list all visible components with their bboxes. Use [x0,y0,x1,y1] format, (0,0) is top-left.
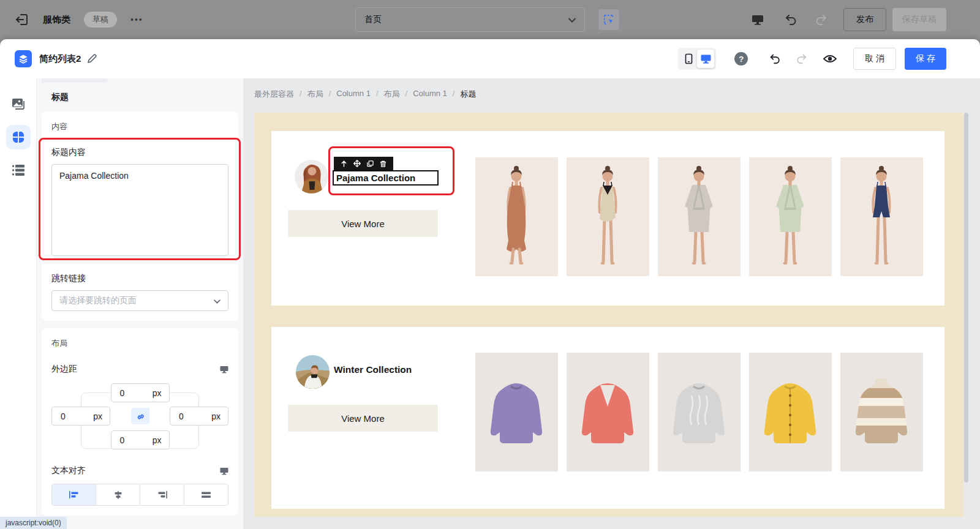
duplicate-icon[interactable] [366,159,374,168]
text-align-segmented-control [51,484,228,506]
publish-button[interactable]: 发布 [843,8,886,31]
move-up-icon[interactable] [340,159,349,168]
editor-sheet: 简约列表2 ? 取 消 保 存 [0,39,980,529]
editor-header: 简约列表2 ? 取 消 保 存 [0,39,980,78]
margin-unit: px [153,388,162,398]
save-button[interactable]: 保 存 [905,48,946,70]
media-library-tab[interactable] [6,92,31,116]
margin-unit: px [93,411,102,421]
help-icon[interactable]: ? [734,52,748,66]
editor-redo-icon [794,51,809,66]
margin-left-value: 0 [61,411,66,421]
product-image[interactable] [567,157,649,276]
content-settings-card: 内容 标题内容 Pajama Collection 跳转链接 请选择要跳转的页面 [42,111,238,321]
product-image[interactable] [749,157,832,276]
margin-label: 外边距 [51,364,77,375]
page-selector-dropdown[interactable]: 首页 [355,7,585,32]
breadcrumb-separator: / [453,89,455,100]
align-right-button[interactable] [140,484,184,505]
product-image[interactable] [475,353,558,471]
layout-section-label: 布局 [51,338,228,349]
inspector-title: 标题 [51,92,238,103]
save-draft-button: 保存草稿 [892,8,946,31]
redo-icon [814,12,829,27]
product-image[interactable] [475,157,558,276]
layout-settings-card: 布局 外边距 0 px 0 px [42,328,238,516]
admin-topbar: 服饰类 草稿 ••• 首页 发布 保存草稿 [0,0,980,39]
editor-undo-icon[interactable] [767,51,782,66]
undo-icon[interactable] [783,12,798,27]
product-row [475,157,923,276]
jump-link-placeholder: 请选择要跳转的页面 [59,295,137,306]
link-margins-button[interactable] [131,408,149,424]
preview-eye-icon[interactable] [823,51,837,66]
breadcrumb-separator: / [300,89,302,100]
section-title[interactable]: Winter Collection [334,364,412,375]
product-image[interactable] [658,353,741,471]
margin-unit: px [211,411,221,421]
jump-link-label: 跳转链接 [51,273,228,284]
margin-right-value: 0 [179,411,184,421]
content-section-label: 内容 [51,121,228,132]
margin-bottom-value: 0 [120,435,125,445]
component-title: 简约列表2 [39,53,81,65]
breadcrumb-item[interactable]: Column 1 [413,89,447,100]
page-structure-tab[interactable] [6,158,31,182]
breadcrumb: 最外层容器/布局/Column 1/布局/Column 1/标题 [254,89,476,100]
product-image[interactable] [567,353,649,471]
collection-section-1: View More [271,131,944,306]
title-content-textarea[interactable]: Pajama Collection [51,164,228,256]
margin-control: 0 px 0 px 0 px [51,383,228,452]
component-layers-icon [15,50,32,67]
cancel-button[interactable]: 取 消 [853,48,896,70]
components-tab[interactable] [6,125,31,149]
preview-monitor-icon[interactable] [750,12,765,27]
margin-top-input[interactable]: 0 px [111,383,170,402]
select-element-tool-button[interactable] [598,9,619,30]
exit-editor-icon[interactable] [15,12,29,27]
edit-title-pencil-icon[interactable] [87,54,97,64]
view-more-button[interactable]: View More [288,210,438,237]
breadcrumb-item[interactable]: 标题 [460,89,476,100]
title-content-label: 标题内容 [51,147,228,158]
desktop-only-monitor-icon [220,366,228,373]
device-toggle [678,48,716,70]
product-image[interactable] [840,157,923,276]
product-image[interactable] [840,353,923,471]
jump-link-select[interactable]: 请选择要跳转的页面 [51,290,228,311]
breadcrumb-item[interactable]: 布局 [307,89,323,100]
margin-bottom-input[interactable]: 0 px [111,430,170,449]
margin-left-input[interactable]: 0 px [51,407,110,426]
page-selector-value: 首页 [364,14,382,25]
product-image[interactable] [749,353,832,471]
panel-tab-sliver [42,78,108,83]
more-menu-button[interactable]: ••• [130,15,143,24]
mobile-view-button[interactable] [680,50,697,68]
align-center-button[interactable] [96,484,140,505]
desktop-only-monitor-icon [220,467,228,475]
section-title-inline-input[interactable] [333,170,439,186]
collection-avatar[interactable] [296,355,330,389]
breadcrumb-item[interactable]: Column 1 [336,89,371,100]
delete-icon[interactable] [379,159,387,168]
text-align-label: 文本对齐 [51,465,86,476]
align-justify-button[interactable] [184,484,228,505]
element-toolbar [334,157,393,170]
drag-move-icon[interactable] [353,159,361,168]
desktop-view-button[interactable] [697,50,714,68]
breadcrumb-separator: / [329,89,331,100]
view-more-button[interactable]: View More [288,405,438,432]
product-image[interactable] [658,157,741,276]
product-row [475,353,923,471]
page-preview: View More [254,113,963,517]
chevron-down-icon [568,15,576,24]
align-left-button[interactable] [52,484,96,505]
breadcrumb-item[interactable]: 布局 [384,89,400,100]
canvas-scrollbar-thumb[interactable] [964,113,968,482]
preview-canvas: 最外层容器/布局/Column 1/布局/Column 1/标题 [243,78,980,529]
draft-status-badge: 草稿 [84,12,117,28]
inspector-panel: 标题 内容 标题内容 Pajama Collection 跳转链接 请选择要跳转… [37,78,243,529]
collection-avatar[interactable] [295,160,328,193]
margin-right-input[interactable]: 0 px [170,407,228,426]
breadcrumb-item[interactable]: 最外层容器 [254,89,294,100]
